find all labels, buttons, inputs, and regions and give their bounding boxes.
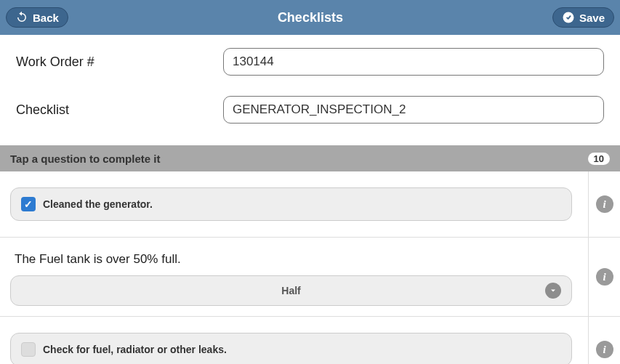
checkbox-checked-icon (21, 197, 36, 211)
question-select[interactable]: Half (10, 275, 572, 306)
check-circle-icon (562, 11, 575, 24)
question-label: Cleaned the generator. (43, 198, 153, 210)
form-area: Work Order # Checklist (0, 35, 620, 145)
header: Back Checklists Save (0, 0, 620, 35)
question-list: Cleaned the generator. i The Fuel tank i… (0, 171, 620, 364)
info-icon[interactable]: i (596, 341, 613, 358)
work-order-label: Work Order # (16, 54, 223, 70)
question-checkbox-item[interactable]: Cleaned the generator. (10, 187, 572, 221)
info-icon[interactable]: i (596, 195, 613, 213)
question-label: Check for fuel, radiator or other leaks. (43, 344, 227, 355)
work-order-input[interactable] (223, 48, 604, 76)
section-bar: Tap a question to complete it 10 (0, 145, 620, 171)
select-value: Half (281, 285, 300, 296)
chevron-down-icon (545, 283, 561, 299)
checklist-input[interactable] (223, 96, 604, 124)
back-icon (15, 11, 28, 24)
question-checkbox-item[interactable]: Check for fuel, radiator or other leaks. (10, 333, 572, 364)
question-row: Check for fuel, radiator or other leaks.… (0, 317, 620, 364)
section-instruction: Tap a question to complete it (10, 153, 160, 165)
question-count-badge: 10 (588, 153, 610, 165)
question-row: Cleaned the generator. i (0, 171, 620, 238)
back-button[interactable]: Back (6, 7, 68, 28)
page-title: Checklists (278, 10, 343, 25)
checklist-label: Checklist (16, 102, 223, 118)
question-row: The Fuel tank is over 50% full. Half i (0, 238, 620, 317)
info-icon[interactable]: i (596, 268, 613, 286)
back-label: Back (33, 12, 59, 24)
save-label: Save (579, 12, 605, 24)
checkbox-unchecked-icon (21, 342, 36, 357)
checklist-row: Checklist (16, 96, 604, 124)
work-order-row: Work Order # (16, 48, 604, 76)
question-prompt: The Fuel tank is over 50% full. (15, 252, 572, 267)
save-button[interactable]: Save (552, 7, 614, 28)
